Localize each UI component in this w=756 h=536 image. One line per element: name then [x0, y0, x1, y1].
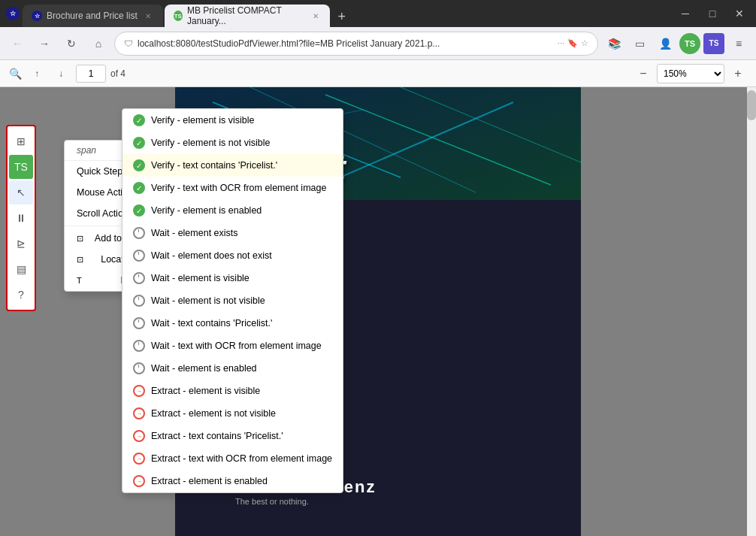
title-bar: ☆ ☆ Brochure and Price list ✕ TS MB Pric…: [0, 0, 756, 27]
scrollbar-thumb[interactable]: [747, 90, 756, 120]
submenu-extract-text-contains[interactable]: Extract - text contains 'Pricelist.': [122, 425, 343, 447]
pause-tool-button[interactable]: ⏸: [9, 206, 33, 230]
extract-icon-2: [133, 407, 145, 419]
pdf-down-button[interactable]: ↓: [52, 65, 70, 83]
submenu-extract-visible[interactable]: Extract - element is visible: [122, 380, 343, 402]
grid-tool-button[interactable]: ⊞: [9, 129, 33, 153]
pdf-up-button[interactable]: ↑: [28, 65, 46, 83]
tab2-close[interactable]: ✕: [310, 10, 321, 22]
locate-dom-icon: ⊡: [77, 255, 83, 265]
clock-icon-1: [133, 227, 145, 239]
submenu-extract-enabled[interactable]: Extract - element is enabled: [122, 470, 343, 492]
tab2-label: MB Pricelist COMPACT January...: [187, 5, 306, 26]
extension-icon[interactable]: TS: [703, 33, 724, 54]
profile-badge[interactable]: TS: [679, 33, 700, 54]
check-icon-4: ✓: [133, 182, 145, 194]
clock-icon-4: [133, 295, 145, 307]
tab-brochure[interactable]: ☆ Brochure and Price list ✕: [23, 5, 163, 27]
back-button[interactable]: ←: [6, 32, 29, 55]
tool-panel: ⊞ TS ↖ ⏸ ⊵ ▤ ?: [6, 125, 36, 311]
tree-tool-button[interactable]: ⊵: [9, 232, 33, 256]
check-icon-2: ✓: [133, 137, 145, 149]
submenu-verify-enabled[interactable]: ✓ Verify - element is enabled: [122, 199, 343, 222]
build-step-icon: T: [77, 276, 82, 285]
book-tool-button[interactable]: ▤: [9, 257, 33, 281]
tab1-label: Brochure and Price list: [47, 11, 138, 21]
browser-logo: ☆: [6, 7, 20, 20]
quick-steps-submenu: ✓ Verify - element is visible ✓ Verify -…: [122, 108, 343, 493]
new-tab-button[interactable]: +: [331, 6, 352, 27]
extract-icon-4: [133, 453, 145, 465]
submenu-verify-text-ocr[interactable]: ✓ Verify - text with OCR from element im…: [122, 177, 343, 199]
submenu-extract-not-visible[interactable]: Extract - element is not visible: [122, 402, 343, 425]
clock-icon-6: [133, 340, 145, 352]
submenu-wait-visible[interactable]: Wait - element is visible: [122, 267, 343, 289]
bookmark-icon[interactable]: 🔖: [567, 38, 578, 48]
add-elements-icon: ⊡: [77, 234, 83, 244]
page-navigation: 1 of 4: [76, 65, 125, 83]
cursor-tool-button[interactable]: ↖: [9, 180, 33, 204]
close-button[interactable]: ✕: [729, 3, 750, 24]
pdf-area: Pricelist Effective Mercedes-Benz The be…: [0, 87, 756, 536]
submenu-wait-text-contains[interactable]: Wait - text contains 'Pricelist.': [122, 312, 343, 335]
pdf-search-button[interactable]: 🔍: [9, 68, 22, 80]
ts-tool-button[interactable]: TS: [9, 155, 33, 179]
tab2-icon: TS: [174, 11, 183, 21]
check-icon-1: ✓: [133, 114, 145, 126]
page-number-input[interactable]: 1: [76, 65, 106, 83]
home-button[interactable]: ⌂: [87, 32, 110, 55]
mercedes-tagline: The best or nothing.: [235, 497, 581, 506]
extract-icon-3: [133, 430, 145, 442]
scrollbar[interactable]: [747, 87, 756, 536]
clock-icon-2: [133, 250, 145, 262]
tab1-close[interactable]: ✕: [142, 10, 154, 22]
tab1-icon: ☆: [32, 11, 42, 21]
main-content: Pricelist Effective Mercedes-Benz The be…: [0, 87, 756, 536]
submenu-verify-text-contains[interactable]: ✓ Verify - text contains 'Pricelist.': [122, 154, 343, 177]
toolbar-right: 📚 ▭ 👤 TS TS ≡: [603, 32, 750, 55]
security-icon: 🛡: [124, 38, 133, 49]
check-icon-5: ✓: [133, 204, 145, 217]
clock-icon-3: [133, 272, 145, 284]
zoom-controls: − 150% +: [634, 64, 747, 83]
settings-icon[interactable]: ≡: [727, 32, 750, 55]
window-controls: ─ □ ✕: [675, 3, 750, 24]
tab-mb-pricelist[interactable]: TS MB Pricelist COMPACT January... ✕: [165, 5, 330, 27]
submenu-wait-text-ocr[interactable]: Wait - text with OCR from element image: [122, 335, 343, 357]
submenu-wait-exists[interactable]: Wait - element exists: [122, 222, 343, 244]
check-icon-3: ✓: [133, 159, 145, 171]
refresh-button[interactable]: ↻: [60, 32, 83, 55]
submenu-extract-text-ocr[interactable]: Extract - text with OCR from element ima…: [122, 447, 343, 470]
page-total: of 4: [110, 68, 125, 79]
immersive-reader-icon[interactable]: ▭: [628, 32, 651, 55]
extract-icon-1: [133, 385, 145, 397]
zoom-level-select[interactable]: 150%: [657, 64, 724, 83]
address-actions: ··· 🔖 ☆: [558, 38, 588, 48]
submenu-wait-enabled[interactable]: Wait - element is enabled: [122, 357, 343, 380]
help-tool-button[interactable]: ?: [9, 283, 33, 307]
submenu-verify-not-visible[interactable]: ✓ Verify - element is not visible: [122, 132, 343, 154]
submenu-wait-not-exists[interactable]: Wait - element does not exist: [122, 244, 343, 267]
zoom-out-button[interactable]: −: [634, 65, 652, 83]
account-icon[interactable]: 👤: [654, 32, 676, 55]
nav-bar: ← → ↻ ⌂ 🛡 localhost:8080/testStudioPdfVi…: [0, 27, 756, 60]
extract-icon-5: [133, 475, 145, 487]
submenu-verify-visible[interactable]: ✓ Verify - element is visible: [122, 109, 343, 132]
clock-icon-7: [133, 362, 145, 374]
pdf-toolbar: 🔍 ↑ ↓ 1 of 4 − 150% +: [0, 60, 756, 87]
address-bar[interactable]: 🛡 localhost:8080/testStudioPdfViewer.htm…: [114, 32, 598, 56]
clock-icon-5: [133, 317, 145, 329]
submenu-wait-not-visible[interactable]: Wait - element is not visible: [122, 289, 343, 312]
collections-icon[interactable]: 📚: [603, 32, 625, 55]
maximize-button[interactable]: □: [702, 3, 723, 24]
zoom-in-button[interactable]: +: [729, 65, 747, 83]
star-icon[interactable]: ☆: [581, 38, 588, 48]
forward-button[interactable]: →: [33, 32, 56, 55]
more-options-icon[interactable]: ···: [558, 38, 564, 48]
tab-group: ☆ Brochure and Price list ✕ TS MB Pricel…: [23, 0, 672, 27]
minimize-button[interactable]: ─: [675, 3, 696, 24]
address-text: localhost:8080/testStudioPdfViewer.html?…: [138, 38, 553, 49]
